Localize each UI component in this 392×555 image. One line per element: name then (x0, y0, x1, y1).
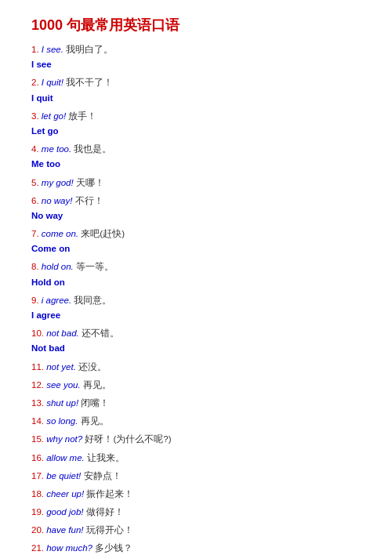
phrase-english-inline: shut up! (46, 398, 78, 408)
phrase-standalone-line: I agree (31, 308, 361, 323)
phrase-block: 16. allow me. 让我来。 (31, 451, 361, 466)
page-title: 1000 句最常用英语口语 (31, 16, 361, 34)
phrase-english-inline: I quit! (42, 78, 64, 87)
phrase-standalone-line: I quit (31, 91, 361, 106)
phrase-combined-line: 8. hold on. 等一等。 (31, 259, 361, 274)
phrase-chinese-inline: 来吧(赶快) (78, 229, 125, 238)
phrase-block: 15. why not? 好呀！(为什么不呢?) (31, 432, 361, 447)
phrase-standalone-line: Come on (31, 241, 361, 256)
phrase-english-inline: not bad. (46, 328, 79, 338)
phrase-english-inline: allow me. (46, 453, 85, 462)
phrase-number: 18. (31, 489, 46, 499)
phrase-english-inline: i agree. (42, 296, 71, 305)
phrase-combined-line: 15. why not? 好呀！(为什么不呢?) (31, 432, 361, 447)
phrase-chinese-inline: 还没。 (76, 362, 107, 372)
phrase-chinese-inline: 做得好！ (84, 507, 124, 517)
phrase-english-standalone: Come on (31, 244, 70, 253)
phrase-english-inline: let go! (42, 111, 66, 121)
phrase-combined-line: 20. have fun! 玩得开心！ (31, 523, 361, 538)
phrase-english-inline: I see. (42, 45, 64, 54)
phrase-english-inline: why not? (46, 434, 82, 444)
phrase-block: 13. shut up! 闭嘴！ (31, 396, 361, 411)
phrase-number: 11. (31, 362, 46, 372)
phrase-combined-line: 19. good job! 做得好！ (31, 505, 361, 520)
phrase-english-inline: hold on. (42, 262, 74, 271)
phrase-block: 2. I quit! 我不干了！I quit (31, 75, 361, 105)
phrase-block: 9. i agree. 我同意。I agree (31, 293, 361, 323)
phrase-combined-line: 1. I see. 我明白了。 (31, 42, 361, 57)
phrase-number: 2. (31, 78, 42, 87)
phrase-chinese-inline: 我不干了！ (64, 78, 113, 87)
phrase-block: 17. be quiet! 安静点！ (31, 469, 361, 484)
phrase-combined-line: 7. come on. 来吧(赶快) (31, 227, 361, 241)
phrase-chinese-inline: 再见。 (81, 380, 111, 390)
phrase-english-inline: be quiet! (46, 471, 81, 481)
phrase-number: 20. (31, 525, 46, 535)
phrase-number: 21. (31, 543, 46, 553)
phrase-standalone-line: No way (31, 209, 361, 223)
phrase-english-inline: see you. (46, 380, 80, 390)
phrase-number: 12. (31, 380, 46, 390)
phrase-chinese-inline: 振作起来！ (84, 489, 133, 499)
phrase-english-standalone: No way (31, 211, 63, 220)
phrase-chinese-inline: 放手！ (66, 111, 96, 121)
phrase-chinese-inline: 不行！ (72, 196, 103, 205)
phrase-number: 17. (31, 471, 46, 481)
phrase-standalone-line: Me too (31, 157, 361, 172)
phrase-combined-line: 9. i agree. 我同意。 (31, 293, 361, 308)
phrase-block: 12. see you. 再见。 (31, 378, 361, 393)
phrase-chinese-inline: 让我来。 (85, 453, 125, 462)
phrase-standalone-line: Not bad (31, 341, 361, 356)
phrase-chinese-inline: 天哪！ (74, 178, 104, 187)
phrase-english-inline: cheer up! (46, 489, 84, 499)
phrase-block: 3. let go! 放手！Let go (31, 109, 361, 139)
phrase-chinese-inline: 我也是。 (71, 144, 111, 154)
phrase-standalone-line: Hold on (31, 275, 361, 290)
phrase-chinese-inline: 我同意。 (71, 296, 111, 305)
phrase-combined-line: 17. be quiet! 安静点！ (31, 469, 361, 484)
phrase-combined-line: 12. see you. 再见。 (31, 378, 361, 393)
phrase-number: 9. (31, 296, 42, 305)
phrase-english-standalone: I quit (31, 93, 53, 103)
phrase-english-inline: good job! (46, 507, 83, 517)
phrase-block: 8. hold on. 等一等。Hold on (31, 259, 361, 289)
phrase-standalone-line: Let go (31, 124, 361, 139)
phrase-combined-line: 18. cheer up! 振作起来！ (31, 487, 361, 502)
phrase-block: 14. so long. 再见。 (31, 414, 361, 429)
phrase-english-standalone: Hold on (31, 278, 65, 287)
phrase-chinese-inline: 等一等。 (74, 262, 114, 271)
phrase-english-inline: how much? (46, 543, 93, 553)
phrase-block: 4. me too. 我也是。Me too (31, 142, 361, 172)
phrase-block: 11. not yet. 还没。 (31, 360, 361, 375)
phrase-chinese-inline: 还不错。 (79, 328, 119, 338)
phrase-chinese-inline: 我明白了。 (64, 45, 113, 54)
phrase-number: 5. (31, 178, 42, 187)
phrase-block: 10. not bad. 还不错。Not bad (31, 326, 361, 356)
phrase-combined-line: 21. how much? 多少钱？ (31, 541, 361, 555)
phrase-number: 8. (31, 262, 42, 271)
phrase-english-standalone: Let go (31, 126, 59, 136)
phrase-block: 18. cheer up! 振作起来！ (31, 487, 361, 502)
phrase-number: 4. (31, 144, 42, 154)
phrase-english-inline: my god! (42, 178, 74, 187)
phrase-block: 1. I see. 我明白了。I see (31, 42, 361, 72)
phrase-number: 16. (31, 453, 46, 462)
phrase-english-inline: come on. (42, 229, 78, 238)
phrase-english-inline: so long. (46, 416, 78, 426)
phrase-chinese-inline: 安静点！ (81, 471, 121, 481)
phrase-number: 3. (31, 111, 42, 121)
phrase-english-standalone: I see (31, 60, 52, 69)
phrase-combined-line: 13. shut up! 闭嘴！ (31, 396, 361, 411)
phrase-chinese-inline: 好呀！(为什么不呢?) (82, 434, 171, 444)
phrase-chinese-inline: 再见。 (78, 416, 108, 426)
phrase-english-inline: no way! (42, 196, 73, 205)
phrase-block: 20. have fun! 玩得开心！ (31, 523, 361, 538)
phrase-block: 21. how much? 多少钱？ (31, 541, 361, 555)
phrase-block: 6. no way! 不行！No way (31, 194, 361, 223)
phrase-number: 10. (31, 328, 46, 338)
phrase-combined-line: 4. me too. 我也是。 (31, 142, 361, 157)
phrases-container: 1. I see. 我明白了。I see2. I quit! 我不干了！I qu… (31, 42, 361, 555)
phrase-combined-line: 11. not yet. 还没。 (31, 360, 361, 375)
phrase-combined-line: 10. not bad. 还不错。 (31, 326, 361, 341)
phrase-chinese-inline: 闭嘴！ (78, 398, 109, 408)
